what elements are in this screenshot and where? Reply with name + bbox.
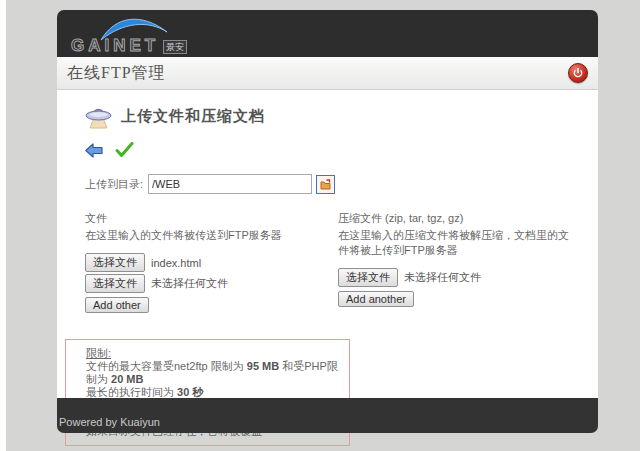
choose-archive-button[interactable]: 选择文件 [338, 268, 398, 287]
upload-columns: 文件 在这里输入的文件将被传送到FTP服务器 选择文件 index.html 选… [85, 211, 570, 313]
section-heading: 上传文件和压缩文档 [121, 107, 265, 126]
target-directory-input[interactable] [148, 174, 312, 194]
green-check-icon [115, 142, 134, 158]
logo-cn-badge: 景安 [163, 40, 187, 54]
title-bar: 在线FTP管理 [57, 57, 598, 90]
limits-time-value: 30 秒 [177, 386, 203, 398]
folder-browse-icon [320, 179, 331, 190]
confirm-check-button[interactable] [115, 142, 134, 158]
limits-size-net2ftp: 95 MB [247, 360, 279, 372]
limits-size-php: 20 MB [111, 373, 143, 385]
choose-file-button-2[interactable]: 选择文件 [85, 274, 145, 293]
browse-directory-button[interactable] [316, 175, 335, 194]
choose-file-button-1[interactable]: 选择文件 [85, 253, 145, 272]
footer-powered-by: Powered by Kuaiyun [59, 416, 160, 428]
limits-size-line: 文件的最大容量受net2ftp 限制为 95 MB 和受PHP限制为 20 MB [86, 360, 339, 386]
limits-title: 限制: [86, 347, 339, 360]
chosen-archive-filename: 未选择任何文件 [404, 270, 481, 285]
target-directory-label: 上传到目录: [85, 177, 143, 192]
heading-row: 上传文件和压缩文档 [85, 104, 570, 129]
archives-section-description: 在这里输入的压缩文件将被解压缩，文档里的文件将被上传到FTP服务器 [338, 228, 570, 258]
brand-header: GAINET 景安 [57, 10, 598, 57]
logo-swoosh-icon [97, 12, 173, 42]
back-button[interactable] [85, 143, 103, 158]
file-input-row: 选择文件 index.html [85, 253, 338, 272]
files-section: 文件 在这里输入的文件将被传送到FTP服务器 选择文件 index.html 选… [85, 211, 338, 313]
archives-section: 压缩文件 (zip, tar, tgz, gz) 在这里输入的压缩文件将被解压缩… [338, 211, 570, 313]
files-section-description: 在这里输入的文件将被传送到FTP服务器 [85, 228, 338, 243]
page-title: 在线FTP管理 [67, 63, 166, 84]
chosen-filename-2: 未选择任何文件 [151, 276, 228, 291]
archives-section-title: 压缩文件 (zip, tar, tgz, gz) [338, 211, 570, 226]
logout-power-button[interactable] [568, 63, 588, 83]
arrow-left-icon [85, 143, 103, 158]
page-left-edge [0, 0, 6, 451]
footer-bar: Powered by Kuaiyun [57, 398, 598, 433]
power-icon [573, 68, 583, 78]
file-input-row: 选择文件 未选择任何文件 [85, 274, 338, 293]
add-another-button[interactable]: Add another [338, 291, 414, 307]
file-input-row: 选择文件 未选择任何文件 [338, 268, 570, 287]
target-directory-row: 上传到目录: [85, 174, 570, 194]
actions-row [85, 141, 570, 159]
app-window: GAINET 景安 在线FTP管理 上传文件和压缩文档 [57, 10, 598, 433]
main-content: 上传文件和压缩文档 上传到目录: [57, 90, 598, 398]
chosen-filename-1: index.html [151, 257, 201, 269]
ufo-upload-icon [85, 104, 112, 129]
limits-time-prefix: 最长的执行时间为 [86, 386, 174, 398]
gainet-logo: GAINET 景安 [71, 38, 187, 54]
limits-size-prefix: 文件的最大容量受net2ftp 限制为 [86, 360, 244, 372]
files-section-title: 文件 [85, 211, 338, 226]
add-other-button[interactable]: Add other [85, 297, 149, 313]
